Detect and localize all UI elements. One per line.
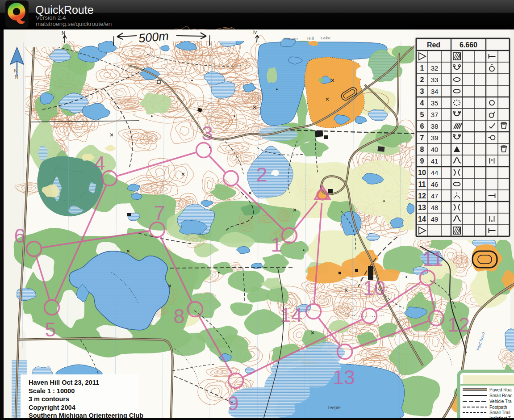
svg-text:6: 6 xyxy=(420,122,424,130)
svg-text:34: 34 xyxy=(431,88,439,95)
svg-text:46: 46 xyxy=(431,181,439,188)
svg-text:39: 39 xyxy=(431,134,439,142)
svg-text:Vehicle Tra: Vehicle Tra xyxy=(489,399,512,404)
svg-text:14: 14 xyxy=(418,215,426,223)
svg-text:37: 37 xyxy=(431,111,439,118)
svg-text:5: 5 xyxy=(45,318,56,341)
svg-text:12: 12 xyxy=(418,192,426,200)
svg-text:matstroeng.se/quickroute/en: matstroeng.se/quickroute/en xyxy=(36,21,112,27)
svg-text:11: 11 xyxy=(418,181,426,188)
svg-text:48: 48 xyxy=(431,204,439,211)
svg-text:40: 40 xyxy=(431,146,439,153)
svg-text:11: 11 xyxy=(422,248,443,270)
svg-text:35: 35 xyxy=(431,99,439,107)
svg-text:2: 2 xyxy=(420,76,424,84)
svg-text:10: 10 xyxy=(363,277,385,299)
svg-text:Version 2.4: Version 2.4 xyxy=(36,14,66,21)
svg-text:13: 13 xyxy=(333,366,355,389)
svg-text:Small Trail: Small Trail xyxy=(489,410,510,415)
svg-text:38: 38 xyxy=(431,122,439,130)
svg-text:3 m contours: 3 m contours xyxy=(29,395,69,403)
svg-text:14: 14 xyxy=(280,304,302,327)
svg-text:Small Roac: Small Roac xyxy=(489,393,512,398)
svg-text:32: 32 xyxy=(431,64,439,72)
svg-text:41: 41 xyxy=(431,157,439,165)
svg-text:Iv: Iv xyxy=(253,30,257,35)
svg-text:Hill: Hill xyxy=(307,36,314,41)
svg-text:4: 4 xyxy=(94,152,105,175)
svg-text:47: 47 xyxy=(431,192,439,200)
svg-text:N: N xyxy=(62,30,65,36)
svg-text:7: 7 xyxy=(420,134,424,142)
svg-text:44: 44 xyxy=(431,169,439,176)
svg-text:Red: Red xyxy=(427,41,440,49)
svg-text:Teeple: Teeple xyxy=(327,405,341,410)
svg-text:9: 9 xyxy=(227,392,238,415)
svg-text:Scale 1 : 10000: Scale 1 : 10000 xyxy=(29,387,75,395)
svg-text:6.660: 6.660 xyxy=(460,41,477,49)
svg-text:9: 9 xyxy=(420,157,424,165)
svg-text:1: 1 xyxy=(420,64,424,72)
svg-text:5: 5 xyxy=(420,111,424,118)
svg-text:6: 6 xyxy=(14,224,25,247)
svg-text:Copyright 2004: Copyright 2004 xyxy=(29,404,75,411)
svg-text:33: 33 xyxy=(431,76,439,84)
svg-text:12: 12 xyxy=(447,313,470,336)
svg-text:10: 10 xyxy=(418,169,426,176)
svg-text:49: 49 xyxy=(431,215,439,223)
svg-text:Haven: Haven xyxy=(284,36,298,41)
svg-text:8: 8 xyxy=(173,305,184,328)
svg-text:1: 1 xyxy=(271,233,282,256)
svg-text:13: 13 xyxy=(418,204,426,211)
svg-text:N: N xyxy=(14,68,17,73)
svg-text:3: 3 xyxy=(420,88,424,95)
svg-text:N: N xyxy=(15,74,18,80)
svg-text:Footpath: Footpath xyxy=(489,405,507,410)
svg-text:500m: 500m xyxy=(138,29,169,45)
svg-text:8: 8 xyxy=(420,146,424,153)
svg-text:Paved Roa: Paved Roa xyxy=(489,387,512,392)
svg-text:Haven Hill Oct 23, 2011: Haven Hill Oct 23, 2011 xyxy=(29,379,99,386)
svg-text:Lake: Lake xyxy=(321,35,331,40)
svg-text:2: 2 xyxy=(256,163,267,186)
svg-text:Southern Michigan Orienteering: Southern Michigan Orienteering Club xyxy=(29,412,143,419)
svg-text:7: 7 xyxy=(154,202,165,224)
svg-text:3: 3 xyxy=(201,122,213,145)
svg-text:4: 4 xyxy=(420,99,424,107)
